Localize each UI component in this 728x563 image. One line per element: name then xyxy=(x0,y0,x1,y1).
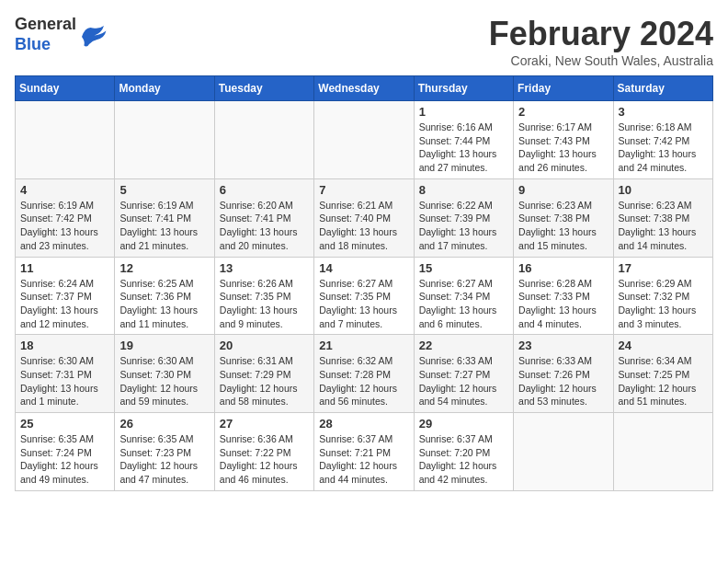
calendar-cell: 29Sunrise: 6:37 AM Sunset: 7:20 PM Dayli… xyxy=(414,413,513,491)
month-title: February 2024 xyxy=(489,15,713,53)
weekday-row: SundayMondayTuesdayWednesdayThursdayFrid… xyxy=(16,76,713,101)
weekday-header: Saturday xyxy=(613,76,712,101)
calendar-week-row: 1Sunrise: 6:16 AM Sunset: 7:44 PM Daylig… xyxy=(16,101,713,179)
day-number: 18 xyxy=(20,339,109,352)
day-info: Sunrise: 6:22 AM Sunset: 7:39 PM Dayligh… xyxy=(419,199,508,253)
day-info: Sunrise: 6:35 AM Sunset: 7:24 PM Dayligh… xyxy=(20,432,109,487)
day-info: Sunrise: 6:24 AM Sunset: 7:37 PM Dayligh… xyxy=(20,277,109,331)
day-info: Sunrise: 6:26 AM Sunset: 7:35 PM Dayligh… xyxy=(220,277,309,331)
day-number: 8 xyxy=(419,183,508,197)
day-number: 19 xyxy=(119,339,209,352)
calendar-cell: 3Sunrise: 6:18 AM Sunset: 7:42 PM Daylig… xyxy=(613,101,712,179)
day-info: Sunrise: 6:25 AM Sunset: 7:36 PM Dayligh… xyxy=(119,277,209,331)
day-info: Sunrise: 6:34 AM Sunset: 7:25 PM Dayligh… xyxy=(619,354,708,408)
day-info: Sunrise: 6:31 AM Sunset: 7:29 PM Dayligh… xyxy=(220,354,309,408)
weekday-header: Wednesday xyxy=(314,76,414,101)
day-number: 28 xyxy=(319,417,408,431)
day-info: Sunrise: 6:19 AM Sunset: 7:41 PM Dayligh… xyxy=(119,199,209,253)
calendar-cell: 16Sunrise: 6:28 AM Sunset: 7:33 PM Dayli… xyxy=(514,257,613,335)
day-info: Sunrise: 6:37 AM Sunset: 7:21 PM Dayligh… xyxy=(319,432,408,487)
day-info: Sunrise: 6:27 AM Sunset: 7:34 PM Dayligh… xyxy=(419,277,508,331)
calendar-cell: 25Sunrise: 6:35 AM Sunset: 7:24 PM Dayli… xyxy=(16,413,115,491)
calendar-cell: 4Sunrise: 6:19 AM Sunset: 7:42 PM Daylig… xyxy=(16,178,115,257)
calendar-cell xyxy=(514,413,613,491)
day-info: Sunrise: 6:21 AM Sunset: 7:40 PM Dayligh… xyxy=(319,199,408,253)
day-info: Sunrise: 6:18 AM Sunset: 7:42 PM Dayligh… xyxy=(619,121,708,175)
location: Coraki, New South Wales, Australia xyxy=(489,53,713,68)
day-number: 3 xyxy=(619,105,708,119)
calendar-week-row: 11Sunrise: 6:24 AM Sunset: 7:37 PM Dayli… xyxy=(16,257,713,335)
day-info: Sunrise: 6:20 AM Sunset: 7:41 PM Dayligh… xyxy=(220,199,309,253)
day-number: 29 xyxy=(419,417,508,431)
day-number: 17 xyxy=(619,261,708,275)
calendar-cell xyxy=(16,101,115,179)
day-info: Sunrise: 6:30 AM Sunset: 7:31 PM Dayligh… xyxy=(20,354,109,408)
day-number: 23 xyxy=(518,339,608,352)
calendar-cell: 11Sunrise: 6:24 AM Sunset: 7:37 PM Dayli… xyxy=(16,257,115,335)
calendar-cell: 15Sunrise: 6:27 AM Sunset: 7:34 PM Dayli… xyxy=(414,257,513,335)
day-info: Sunrise: 6:19 AM Sunset: 7:42 PM Dayligh… xyxy=(20,199,109,253)
calendar-cell: 17Sunrise: 6:29 AM Sunset: 7:32 PM Dayli… xyxy=(613,257,712,335)
day-number: 22 xyxy=(419,339,508,352)
calendar-cell: 23Sunrise: 6:33 AM Sunset: 7:26 PM Dayli… xyxy=(514,335,613,413)
calendar-cell: 22Sunrise: 6:33 AM Sunset: 7:27 PM Dayli… xyxy=(414,335,513,413)
day-number: 13 xyxy=(220,261,309,275)
calendar-cell: 24Sunrise: 6:34 AM Sunset: 7:25 PM Dayli… xyxy=(613,335,712,413)
calendar-cell: 26Sunrise: 6:35 AM Sunset: 7:23 PM Dayli… xyxy=(115,413,214,491)
calendar-cell: 7Sunrise: 6:21 AM Sunset: 7:40 PM Daylig… xyxy=(314,178,414,257)
calendar-cell xyxy=(314,101,414,179)
day-number: 7 xyxy=(319,183,408,197)
day-number: 26 xyxy=(119,417,209,431)
day-number: 12 xyxy=(119,261,209,275)
weekday-header: Friday xyxy=(514,76,613,101)
day-number: 6 xyxy=(220,183,309,197)
day-number: 2 xyxy=(518,105,608,119)
logo-bird-icon xyxy=(78,22,108,48)
logo: General Blue xyxy=(15,15,108,54)
day-number: 25 xyxy=(20,417,109,431)
day-number: 4 xyxy=(20,183,109,197)
calendar-cell xyxy=(613,413,712,491)
day-number: 10 xyxy=(619,183,708,197)
calendar-cell: 8Sunrise: 6:22 AM Sunset: 7:39 PM Daylig… xyxy=(414,178,513,257)
day-info: Sunrise: 6:35 AM Sunset: 7:23 PM Dayligh… xyxy=(119,432,209,487)
day-info: Sunrise: 6:36 AM Sunset: 7:22 PM Dayligh… xyxy=(220,432,309,487)
calendar-cell: 12Sunrise: 6:25 AM Sunset: 7:36 PM Dayli… xyxy=(115,257,214,335)
calendar-cell: 13Sunrise: 6:26 AM Sunset: 7:35 PM Dayli… xyxy=(214,257,313,335)
logo-text: General Blue xyxy=(15,15,76,54)
day-info: Sunrise: 6:17 AM Sunset: 7:43 PM Dayligh… xyxy=(518,121,608,175)
calendar-cell: 2Sunrise: 6:17 AM Sunset: 7:43 PM Daylig… xyxy=(514,101,613,179)
day-info: Sunrise: 6:30 AM Sunset: 7:30 PM Dayligh… xyxy=(119,354,209,408)
calendar-cell: 9Sunrise: 6:23 AM Sunset: 7:38 PM Daylig… xyxy=(514,178,613,257)
calendar-week-row: 18Sunrise: 6:30 AM Sunset: 7:31 PM Dayli… xyxy=(16,335,713,413)
weekday-header: Thursday xyxy=(414,76,513,101)
weekday-header: Tuesday xyxy=(214,76,313,101)
calendar-cell: 28Sunrise: 6:37 AM Sunset: 7:21 PM Dayli… xyxy=(314,413,414,491)
calendar-cell: 5Sunrise: 6:19 AM Sunset: 7:41 PM Daylig… xyxy=(115,178,214,257)
day-number: 16 xyxy=(518,261,608,275)
day-number: 20 xyxy=(220,339,309,352)
day-number: 24 xyxy=(619,339,708,352)
day-number: 5 xyxy=(119,183,209,197)
calendar-cell: 1Sunrise: 6:16 AM Sunset: 7:44 PM Daylig… xyxy=(414,101,513,179)
day-info: Sunrise: 6:29 AM Sunset: 7:32 PM Dayligh… xyxy=(619,277,708,331)
calendar-cell xyxy=(214,101,313,179)
day-info: Sunrise: 6:37 AM Sunset: 7:20 PM Dayligh… xyxy=(419,432,508,487)
calendar-cell: 27Sunrise: 6:36 AM Sunset: 7:22 PM Dayli… xyxy=(214,413,313,491)
title-block: February 2024 Coraki, New South Wales, A… xyxy=(489,15,713,68)
calendar-cell: 20Sunrise: 6:31 AM Sunset: 7:29 PM Dayli… xyxy=(214,335,313,413)
weekday-header: Sunday xyxy=(16,76,115,101)
calendar-header: SundayMondayTuesdayWednesdayThursdayFrid… xyxy=(16,76,713,101)
page-header: General Blue February 2024 Coraki, New S… xyxy=(15,15,713,68)
day-info: Sunrise: 6:27 AM Sunset: 7:35 PM Dayligh… xyxy=(319,277,408,331)
day-number: 21 xyxy=(319,339,408,352)
day-info: Sunrise: 6:33 AM Sunset: 7:27 PM Dayligh… xyxy=(419,354,508,408)
calendar-cell: 21Sunrise: 6:32 AM Sunset: 7:28 PM Dayli… xyxy=(314,335,414,413)
day-info: Sunrise: 6:16 AM Sunset: 7:44 PM Dayligh… xyxy=(419,121,508,175)
day-number: 11 xyxy=(20,261,109,275)
day-info: Sunrise: 6:33 AM Sunset: 7:26 PM Dayligh… xyxy=(518,354,608,408)
calendar-cell: 14Sunrise: 6:27 AM Sunset: 7:35 PM Dayli… xyxy=(314,257,414,335)
day-info: Sunrise: 6:23 AM Sunset: 7:38 PM Dayligh… xyxy=(518,199,608,253)
calendar-cell: 19Sunrise: 6:30 AM Sunset: 7:30 PM Dayli… xyxy=(115,335,214,413)
day-number: 1 xyxy=(419,105,508,119)
